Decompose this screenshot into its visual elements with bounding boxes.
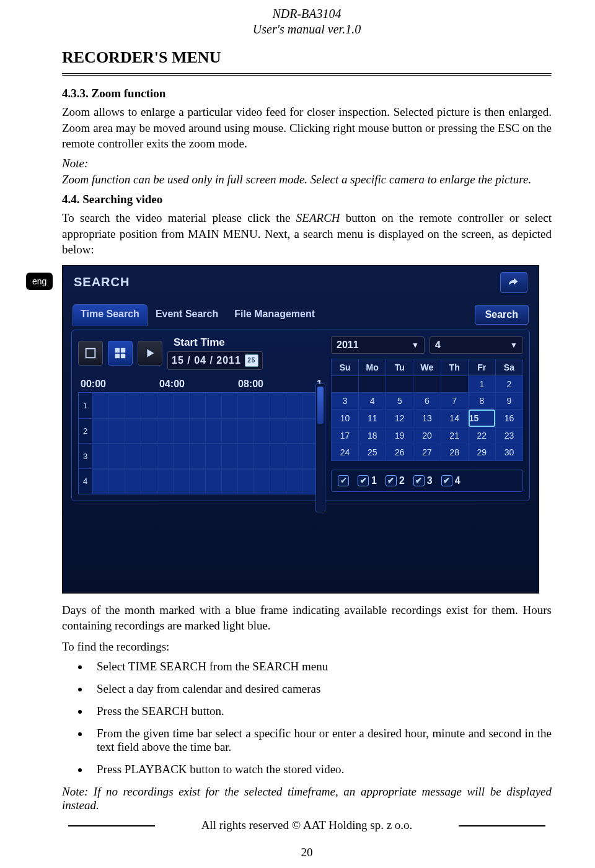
calendar-day xyxy=(359,375,386,392)
grid-icon xyxy=(113,346,127,360)
return-icon xyxy=(507,276,521,289)
calendar-day[interactable]: 26 xyxy=(386,444,413,460)
calendar-day[interactable]: 27 xyxy=(413,444,441,460)
calendar-day[interactable]: 2 xyxy=(495,375,522,392)
calendar-icon[interactable]: 25 xyxy=(245,354,258,367)
instruction-item: From the given time bar select a specifi… xyxy=(89,727,552,754)
calendar-dow: Th xyxy=(441,359,468,375)
window-title: SEARCH xyxy=(74,275,130,289)
instruction-item: Press PLAYBACK button to watch the store… xyxy=(89,763,552,776)
bottom-note: Note: If no recordings exist for the sel… xyxy=(62,785,552,812)
calendar-day[interactable]: 20 xyxy=(413,427,441,444)
calendar-day[interactable]: 23 xyxy=(495,427,522,444)
camera-select-row: ✔ ✔1 ✔2 ✔3 ✔4 xyxy=(331,470,523,492)
calendar-day xyxy=(441,375,468,392)
quad-view-button[interactable] xyxy=(108,341,133,366)
play-button[interactable] xyxy=(138,341,162,366)
svg-rect-4 xyxy=(121,354,125,358)
after-image-text: Days of the month marked with a blue fra… xyxy=(62,602,552,634)
calendar-day[interactable]: 4 xyxy=(359,392,386,409)
calendar-dow: Fr xyxy=(468,359,495,375)
section-433-note: Zoom function can be used only in full s… xyxy=(62,173,552,186)
calendar-dow: Mo xyxy=(359,359,386,375)
calendar-day[interactable]: 19 xyxy=(386,427,413,444)
calendar-day[interactable]: 15 xyxy=(469,410,495,427)
svg-rect-0 xyxy=(86,349,95,358)
calendar-day xyxy=(332,375,359,392)
calendar-day[interactable]: 1 xyxy=(468,375,495,392)
calendar-day[interactable]: 21 xyxy=(441,427,468,444)
tab-event-search[interactable]: Event Search xyxy=(148,304,226,326)
square-icon xyxy=(84,346,97,360)
back-button[interactable] xyxy=(500,272,527,293)
find-intro: To find the recordings: xyxy=(62,639,552,655)
calendar-day[interactable]: 18 xyxy=(359,427,386,444)
camera-1-checkbox[interactable]: ✔ xyxy=(358,475,369,486)
search-button[interactable]: Search xyxy=(475,305,529,325)
calendar-day[interactable]: 9 xyxy=(495,392,522,409)
search-window: SEARCH Time Search Event Search File Man… xyxy=(62,265,539,594)
timeline-grid[interactable]: 1 2 3 4 xyxy=(78,392,325,494)
tab-file-management[interactable]: File Management xyxy=(226,304,323,326)
channel-label: 3 xyxy=(79,444,92,468)
chevron-down-icon: ▼ xyxy=(412,341,419,349)
chevron-down-icon: ▼ xyxy=(510,341,518,349)
calendar-day[interactable]: 7 xyxy=(441,392,468,409)
camera-all-checkbox[interactable]: ✔ xyxy=(338,475,349,486)
section-44-heading: 4.4. Searching video xyxy=(62,193,552,206)
calendar-dow: We xyxy=(413,359,441,375)
svg-rect-1 xyxy=(115,348,120,353)
channel-label: 4 xyxy=(79,469,92,494)
calendar-dow: Sa xyxy=(495,359,522,375)
instruction-item: Select TIME SEARCH from the SEARCH menu xyxy=(89,660,552,673)
calendar-day[interactable]: 30 xyxy=(495,444,522,460)
instruction-item: Press the SEARCH button. xyxy=(89,704,552,718)
calendar-day[interactable]: 28 xyxy=(441,444,468,460)
tab-time-search[interactable]: Time Search xyxy=(73,304,148,326)
camera-3-checkbox[interactable]: ✔ xyxy=(413,475,425,486)
calendar-day[interactable]: 6 xyxy=(413,392,441,409)
manual-version: User's manual ver.1.0 xyxy=(62,22,552,37)
page-number: 20 xyxy=(62,846,552,859)
calendar-day[interactable]: 22 xyxy=(468,427,495,444)
camera-4-checkbox[interactable]: ✔ xyxy=(441,475,452,486)
calendar-day[interactable]: 25 xyxy=(359,444,386,460)
calendar-day[interactable]: 16 xyxy=(495,409,522,427)
copyright: All rights reserved © AAT Holding sp. z … xyxy=(62,818,552,832)
section-44-body: To search the video material please clic… xyxy=(62,210,552,258)
calendar-day[interactable]: 11 xyxy=(359,409,386,427)
calendar-day[interactable]: 29 xyxy=(468,444,495,460)
timeline-scrollbar[interactable] xyxy=(315,384,325,512)
month-select[interactable]: 4▼ xyxy=(430,336,523,354)
calendar: SuMoTuWeThFrSa 1234567891011121314151617… xyxy=(331,359,523,461)
page-title: RECORDER'S MENU xyxy=(62,48,552,67)
time-ruler: 00:00 04:00 08:00 1 xyxy=(78,379,325,392)
calendar-day[interactable]: 12 xyxy=(386,409,413,427)
calendar-day[interactable]: 8 xyxy=(468,392,495,409)
calendar-day xyxy=(386,375,413,392)
calendar-day[interactable]: 10 xyxy=(332,409,359,427)
play-icon xyxy=(143,346,157,360)
start-date-field[interactable]: 15 / 04 / 2011 25 xyxy=(167,351,263,370)
calendar-day[interactable]: 13 xyxy=(413,409,441,427)
single-view-button[interactable] xyxy=(78,341,103,366)
calendar-dow: Su xyxy=(332,359,359,375)
svg-rect-2 xyxy=(121,348,125,353)
language-tab: eng xyxy=(26,273,53,290)
calendar-day[interactable]: 17 xyxy=(332,427,359,444)
calendar-day xyxy=(413,375,441,392)
calendar-day[interactable]: 14 xyxy=(441,409,468,427)
calendar-dow: Tu xyxy=(386,359,413,375)
calendar-day[interactable]: 3 xyxy=(332,392,359,409)
calendar-day[interactable]: 5 xyxy=(386,392,413,409)
start-time-label: Start Time xyxy=(174,336,263,349)
calendar-day[interactable]: 24 xyxy=(332,444,359,460)
instruction-item: Select a day from calendar and desired c… xyxy=(89,682,552,696)
section-433-heading: 4.3.3. Zoom function xyxy=(62,87,552,100)
camera-2-checkbox[interactable]: ✔ xyxy=(386,475,397,486)
month-value: 4 xyxy=(435,340,441,351)
note-label: Note: xyxy=(62,157,552,170)
channel-label: 2 xyxy=(79,419,92,444)
year-select[interactable]: 2011▼ xyxy=(331,336,425,354)
section-433-body: Zoom allows to enlarge a particular vide… xyxy=(62,104,552,152)
